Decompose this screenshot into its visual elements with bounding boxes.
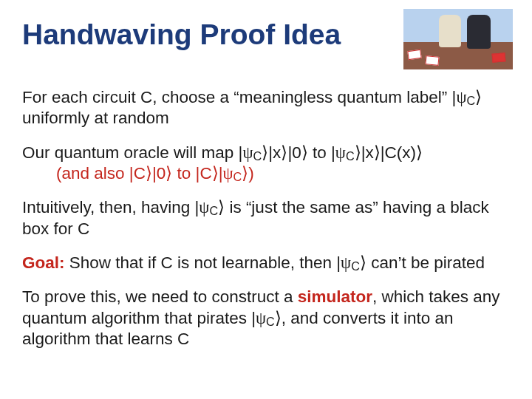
header-row: Handwaving Proof Idea bbox=[22, 13, 510, 69]
slide-title: Handwaving Proof Idea bbox=[22, 13, 341, 51]
text: Our quantum oracle will map | bbox=[22, 143, 242, 162]
paragraph-2: Our quantum oracle will map |ψC⟩|x⟩|0⟩ t… bbox=[22, 143, 510, 185]
psi-symbol: ψ bbox=[242, 143, 253, 162]
psi-symbol: ψ bbox=[223, 164, 233, 183]
text: Show that if C is not learnable, then | bbox=[65, 253, 341, 272]
paragraph-5: To prove this, we need to construct a si… bbox=[22, 287, 510, 349]
subscript-c: C bbox=[253, 149, 262, 163]
ket-symbol: ⟩ bbox=[218, 198, 225, 216]
text: |x bbox=[268, 143, 281, 162]
text: To prove this, we need to construct a bbox=[22, 287, 298, 306]
text: uniformly at random bbox=[22, 109, 169, 127]
flag-icon bbox=[407, 50, 421, 60]
subscript-c: C bbox=[233, 170, 242, 183]
paragraph-3: Intuitively, then, having |ψC⟩ is “just … bbox=[22, 197, 510, 239]
flag-icon bbox=[425, 55, 439, 66]
header-photo bbox=[403, 9, 513, 69]
paragraph-4: Goal: Show that if C is not learnable, t… bbox=[22, 253, 510, 273]
ket-symbol: ⟩ bbox=[166, 164, 172, 183]
ket-symbol: ⟩ bbox=[355, 143, 361, 162]
subscript-c: C bbox=[209, 204, 218, 217]
slide: Handwaving Proof Idea For each circuit C… bbox=[0, 0, 532, 378]
ket-symbol: ⟩ bbox=[146, 164, 152, 183]
ket-symbol: ⟩ bbox=[374, 143, 381, 162]
text: to |C bbox=[172, 164, 211, 183]
ket-symbol: ⟩ bbox=[275, 309, 282, 327]
text: |x bbox=[361, 143, 374, 162]
text: (and also |C bbox=[56, 164, 146, 183]
paragraph-1: For each circuit C, choose a “meaningles… bbox=[22, 87, 510, 129]
subscript-c: C bbox=[351, 259, 360, 273]
ket-symbol: ⟩ bbox=[416, 143, 423, 162]
ket-symbol: ⟩ bbox=[360, 253, 366, 272]
flag-icon bbox=[492, 52, 506, 63]
psi-symbol: ψ bbox=[341, 253, 351, 272]
ket-symbol: ⟩ bbox=[475, 88, 482, 106]
goal-label: Goal: bbox=[22, 253, 65, 272]
text: |C(x) bbox=[381, 143, 416, 162]
text: ) bbox=[248, 164, 254, 183]
ket-symbol: ⟩ bbox=[301, 143, 308, 162]
psi-symbol: ψ bbox=[199, 198, 209, 216]
slide-body: For each circuit C, choose a “meaningles… bbox=[22, 87, 510, 349]
text: |0 bbox=[152, 164, 166, 183]
indented-note: (and also |C⟩|0⟩ to |C⟩|ψC⟩) bbox=[22, 163, 510, 184]
text: Intuitively, then, having | bbox=[22, 198, 199, 216]
text: to | bbox=[308, 143, 335, 162]
subscript-c: C bbox=[466, 94, 475, 107]
ket-symbol: ⟩ bbox=[242, 164, 248, 183]
text: can’t be pirated bbox=[366, 253, 485, 272]
text: For each circuit C, choose a “meaningles… bbox=[22, 88, 456, 106]
psi-symbol: ψ bbox=[256, 309, 266, 327]
subscript-c: C bbox=[346, 149, 355, 163]
ket-symbol: ⟩ bbox=[212, 164, 219, 183]
ket-symbol: ⟩ bbox=[262, 143, 268, 162]
simulator-label: simulator bbox=[298, 287, 372, 306]
subscript-c: C bbox=[266, 315, 275, 328]
psi-symbol: ψ bbox=[456, 88, 466, 106]
text: |0 bbox=[287, 143, 301, 162]
psi-symbol: ψ bbox=[335, 143, 346, 162]
